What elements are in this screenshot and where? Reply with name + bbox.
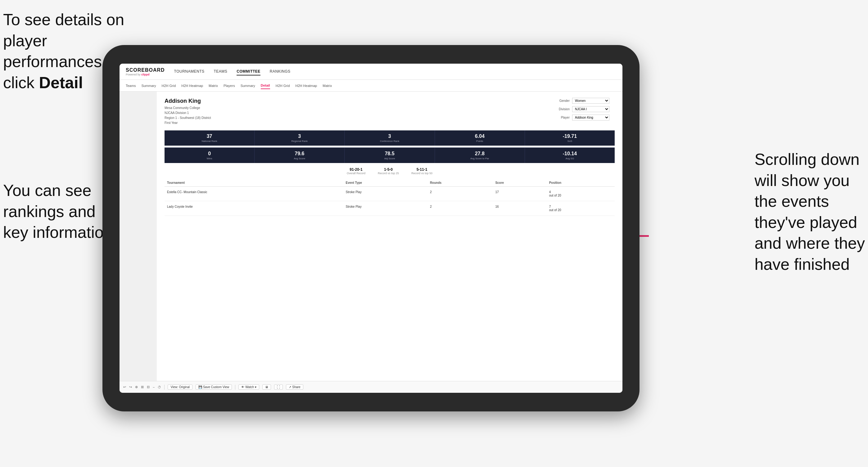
toolbar-icon3[interactable]: ⊟: [147, 385, 150, 389]
stat-wins-label: Wins: [166, 157, 252, 160]
filter-gender-row: Gender Women Men: [553, 98, 615, 104]
col-position: Position: [547, 179, 615, 187]
nav-teams[interactable]: TEAMS: [214, 68, 227, 75]
watch-chevron: ▾: [255, 385, 256, 389]
stat-national-rank-value: 37: [166, 133, 252, 139]
stat-avg-score-value: 79.6: [256, 151, 342, 156]
subnav-h2h-grid1[interactable]: H2H Grid: [161, 83, 176, 89]
stat-avg-sg-label: Avg SG: [527, 157, 613, 160]
toolbar-fullscreen[interactable]: ⛶: [274, 384, 283, 390]
toolbar-divider1: [164, 385, 164, 390]
player-year: First Year: [164, 121, 211, 125]
subnav-detail[interactable]: Detail: [261, 82, 270, 89]
stat-sos-label: SoS: [527, 140, 613, 143]
toolbar-icon1[interactable]: ⊕: [135, 385, 138, 389]
logo-sub: Powered by clippd: [126, 73, 165, 76]
tablet-frame: SCOREBOARD Powered by clippd TOURNAMENTS…: [102, 45, 640, 411]
tournament-table: Tournament Event Type Rounds Score Posit…: [164, 179, 615, 216]
toolbar-redo[interactable]: ↪: [129, 385, 132, 389]
content-area: Addison King Mesa Community College NJCA…: [157, 92, 622, 381]
stat-sos-value: -19.71: [527, 133, 613, 139]
sub-navbar: Teams Summary H2H Grid H2H Heatmap Matri…: [120, 80, 622, 92]
stat-conference-rank-value: 3: [346, 133, 432, 139]
row1-tournament: Estella CC- Mountain Classic: [164, 187, 343, 201]
row1-event-type: Stroke Play: [343, 187, 428, 201]
nav-committee[interactable]: COMMITTEE: [237, 68, 260, 75]
save-custom-label: Save Custom View: [203, 385, 229, 389]
record-overall-label: Overall Record: [347, 172, 365, 175]
stat-avg-par-value: 27.8: [437, 151, 523, 156]
scoreboard-logo: SCOREBOARD Powered by clippd: [126, 67, 165, 76]
subnav-h2h-heatmap1[interactable]: H2H Heatmap: [181, 83, 203, 89]
player-school: Mesa Community College: [164, 105, 211, 111]
toolbar-view-original[interactable]: View: Original: [168, 384, 192, 390]
player-header: Addison King Mesa Community College NJCA…: [164, 98, 615, 125]
subnav-summary2[interactable]: Summary: [241, 83, 255, 89]
stat-sos: -19.71 SoS: [525, 130, 615, 146]
row2-event-type: Stroke Play: [343, 201, 428, 216]
row2-score: 16: [493, 201, 547, 216]
watch-label: Watch: [245, 385, 254, 389]
main-content: Addison King Mesa Community College NJCA…: [120, 92, 622, 381]
toolbar-screen[interactable]: 🖥: [262, 384, 271, 390]
stat-avg-score-label: Avg Score: [256, 157, 342, 160]
toolbar-icon5[interactable]: ⏱: [158, 385, 161, 389]
stat-conference-rank-label: Conference Rank: [346, 140, 432, 143]
nav-rankings[interactable]: RANKINGS: [270, 68, 290, 75]
row1-score: 17: [493, 187, 547, 201]
nav-tournaments[interactable]: TOURNAMENTS: [174, 68, 205, 75]
table-row: Lady Coyote Invite Stroke Play 2 16 7out…: [164, 201, 615, 216]
toolbar-icon2[interactable]: ⊞: [141, 385, 144, 389]
top-navbar: SCOREBOARD Powered by clippd TOURNAMENTS…: [120, 64, 622, 80]
subnav-h2h-heatmap2[interactable]: H2H Heatmap: [296, 83, 317, 89]
player-name: Addison King: [164, 98, 211, 104]
stat-adj-score-label: Adj Score: [346, 157, 432, 160]
record-top50: 5-11-1 Record vs top 50: [411, 167, 432, 175]
player-region: Region 1 - Southwest (18) District: [164, 116, 211, 121]
col-tournament: Tournament: [164, 179, 343, 187]
record-overall: 91-20-1 Overall Record: [347, 167, 365, 175]
toolbar-save-custom[interactable]: 💾 Save Custom View: [195, 384, 232, 390]
subnav-players[interactable]: Players: [223, 83, 235, 89]
row1-rounds: 2: [428, 187, 493, 201]
toolbar-icon4[interactable]: −: [153, 385, 155, 389]
player-filters: Gender Women Men Division NJCAA I NJCAA …: [553, 98, 615, 125]
watch-icon: 👁: [241, 385, 244, 389]
subnav-matrix1[interactable]: Matrix: [209, 83, 218, 89]
top-nav-items: TOURNAMENTS TEAMS COMMITTEE RANKINGS: [174, 68, 290, 75]
view-original-label: View: Original: [170, 385, 190, 389]
toolbar-undo[interactable]: ↩: [123, 385, 126, 389]
subnav-h2h-grid2[interactable]: H2H Grid: [276, 83, 290, 89]
record-top50-label: Record vs top 50: [411, 172, 432, 175]
toolbar-share[interactable]: ↗ Share: [286, 384, 303, 390]
filter-player-row: Player Addison King: [553, 115, 615, 121]
col-score: Score: [493, 179, 547, 187]
subnav-teams[interactable]: Teams: [126, 83, 136, 89]
records-row: 91-20-1 Overall Record 1-5-0 Record vs t…: [164, 167, 615, 175]
screen-icon: 🖥: [265, 385, 268, 389]
filter-gender-select[interactable]: Women Men: [572, 98, 610, 104]
stat-regional-rank: 3 Regional Rank: [254, 130, 345, 146]
table-row: Estella CC- Mountain Classic Stroke Play…: [164, 187, 615, 201]
stat-avg-par-label: Avg Score to Par: [437, 157, 523, 160]
filter-division-label: Division: [553, 107, 570, 111]
col-rounds: Rounds: [428, 179, 493, 187]
stat-adj-score-value: 78.5: [346, 151, 432, 156]
col-event-type: Event Type: [343, 179, 428, 187]
stat-conference-rank: 3 Conference Rank: [345, 130, 435, 146]
subnav-summary1[interactable]: Summary: [141, 83, 156, 89]
left-sidebar: [120, 92, 157, 381]
toolbar-watch[interactable]: 👁 Watch ▾: [239, 384, 259, 390]
stat-regional-rank-value: 3: [256, 133, 342, 139]
subnav-matrix2[interactable]: Matrix: [322, 83, 332, 89]
filter-division-row: Division NJCAA I NJCAA II: [553, 106, 615, 112]
player-info: Addison King Mesa Community College NJCA…: [164, 98, 211, 125]
filter-player-select[interactable]: Addison King: [572, 115, 610, 121]
stat-points-label: Points: [437, 140, 523, 143]
record-overall-value: 91-20-1: [347, 167, 365, 172]
stat-national-rank-label: National Rank: [166, 140, 252, 143]
filter-gender-label: Gender: [553, 99, 570, 102]
save-custom-icon: 💾: [198, 385, 202, 389]
logo-title: SCOREBOARD: [126, 67, 165, 73]
filter-division-select[interactable]: NJCAA I NJCAA II: [572, 106, 610, 112]
